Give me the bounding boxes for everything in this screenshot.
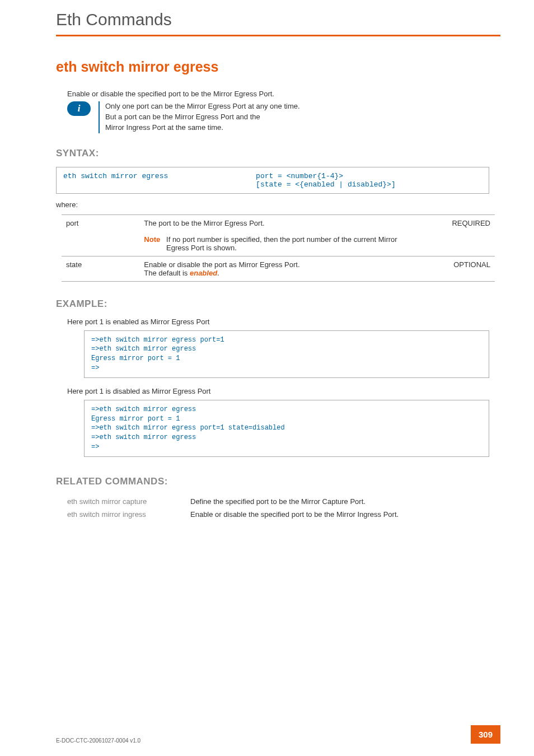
code-box-1: =>eth switch mirror egress port=1 =>eth … — [84, 330, 489, 378]
info-line2: But a port can be the Mirror Egress Port… — [105, 113, 260, 121]
related-row: eth switch mirror ingress Enable or disa… — [67, 510, 489, 519]
example-label: EXAMPLE: — [56, 298, 489, 310]
note-label: Note — [144, 235, 160, 244]
table-row: port The port to be the Mirror Egress Po… — [62, 214, 495, 231]
related-cmd-name: eth switch mirror capture — [67, 497, 190, 506]
state-desc-suffix: . — [217, 269, 219, 277]
state-desc-prefix: The default is — [144, 269, 190, 277]
params-table: port The port to be the Mirror Egress Po… — [62, 214, 495, 282]
table-row: state Enable or disable the port as Mirr… — [62, 256, 495, 281]
doc-id: E-DOC-CTC-20061027-0004 v1.0 — [56, 738, 140, 744]
related-label: RELATED COMMANDS: — [56, 476, 489, 487]
param-req: REQUIRED — [434, 214, 495, 231]
syntax-command: eth switch mirror egress — [63, 172, 256, 189]
related-commands: eth switch mirror capture Define the spe… — [67, 497, 489, 519]
syntax-arg2: [state = <{enabled | disabled}>] — [256, 180, 482, 189]
command-heading: eth switch mirror egress — [56, 59, 489, 75]
info-text: Only one port can be the Mirror Egress P… — [105, 101, 300, 133]
info-line1: Only one port can be the Mirror Egress P… — [105, 102, 300, 110]
info-line3: Mirror Ingress Port at the same time. — [105, 123, 223, 132]
related-cmd-desc: Enable or disable the specified port to … — [190, 510, 489, 519]
code-box-2: =>eth switch mirror egress Egress mirror… — [84, 400, 489, 457]
empty-cell — [434, 231, 495, 256]
table-row-note: Note If no port number is specified, the… — [62, 231, 495, 256]
related-row: eth switch mirror capture Define the spe… — [67, 497, 489, 506]
where-label: where: — [56, 200, 489, 209]
info-callout: i Only one port can be the Mirror Egress… — [67, 101, 489, 133]
param-name: port — [62, 214, 139, 231]
intro-text: Enable or disable the specified port to … — [67, 90, 489, 98]
syntax-label: SYNTAX: — [56, 148, 489, 159]
param-desc: The port to be the Mirror Egress Port. — [139, 214, 434, 231]
page-number-badge: 309 — [471, 725, 500, 744]
param-req: OPTIONAL — [434, 256, 495, 281]
default-value: enabled — [190, 269, 217, 277]
content-area: eth switch mirror egress Enable or disab… — [0, 36, 534, 519]
footer: E-DOC-CTC-20061027-0004 v1.0 309 — [56, 725, 500, 744]
param-desc: Enable or disable the port as Mirror Egr… — [139, 256, 434, 281]
example-intro-2: Here port 1 is disabled as Mirror Egress… — [67, 387, 489, 395]
syntax-arg1: port = <number{1-4}> — [256, 172, 482, 180]
example-intro-1: Here port 1 is enabled as Mirror Egress … — [67, 318, 489, 326]
syntax-args: port = <number{1-4}> [state = <{enabled … — [256, 172, 482, 189]
state-desc-line1: Enable or disable the port as Mirror Egr… — [144, 260, 299, 269]
related-cmd-name: eth switch mirror ingress — [67, 510, 190, 519]
page-title: Eth Commands — [0, 0, 534, 35]
syntax-box: eth switch mirror egress port = <number{… — [56, 167, 489, 194]
empty-cell — [62, 231, 139, 256]
info-icon: i — [67, 101, 91, 116]
note-text: If no port number is specified, then the… — [166, 235, 400, 252]
info-bar — [99, 101, 100, 133]
related-cmd-desc: Define the specified port to be the Mirr… — [190, 497, 489, 506]
param-name: state — [62, 256, 139, 281]
